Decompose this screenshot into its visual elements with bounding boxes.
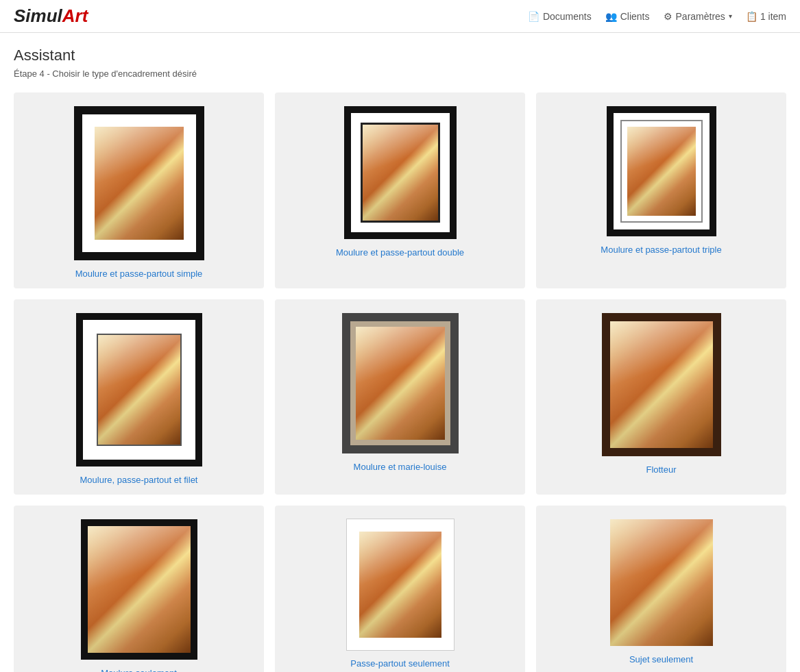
frame-moulure-outer bbox=[81, 519, 197, 660]
frame-simple-outer bbox=[74, 106, 204, 260]
card-image-triple bbox=[607, 106, 716, 236]
step-label: Étape 4 - Choisir le type d'encadrement … bbox=[14, 69, 786, 79]
card-marie[interactable]: Moulure et marie-louise bbox=[275, 299, 525, 495]
card-sujet[interactable]: Sujet seulement bbox=[536, 506, 786, 672]
card-image-filet bbox=[76, 313, 202, 466]
card-image-flotteur bbox=[602, 313, 721, 456]
frame-marie-outer bbox=[342, 313, 459, 453]
photo-triple bbox=[627, 127, 696, 216]
card-label-sujet[interactable]: Sujet seulement bbox=[629, 654, 693, 664]
logo-simul: Simul bbox=[14, 5, 62, 26]
frame-triple-mat2 bbox=[620, 120, 703, 223]
nav-documents[interactable]: 📄 Documents bbox=[528, 11, 592, 22]
nav-parametres-label: Paramètres bbox=[676, 11, 725, 22]
nav-parametres[interactable]: ⚙ Paramètres ▾ bbox=[664, 11, 732, 22]
cart[interactable]: 📋 1 item bbox=[746, 11, 786, 22]
photo-simple bbox=[95, 127, 184, 240]
photo-flotteur bbox=[610, 321, 713, 448]
parametres-icon: ⚙ bbox=[664, 11, 672, 22]
card-label-double[interactable]: Moulure et passe-partout double bbox=[336, 247, 464, 258]
photo-pp bbox=[359, 532, 441, 638]
card-double[interactable]: Moulure et passe-partout double bbox=[275, 92, 525, 288]
frame-simple-mat bbox=[82, 114, 196, 252]
logo: SimulArt bbox=[14, 5, 528, 27]
chevron-down-icon: ▾ bbox=[729, 12, 732, 20]
photo-filet bbox=[98, 335, 180, 445]
card-label-flotteur[interactable]: Flotteur bbox=[646, 464, 676, 475]
logo-art: Art bbox=[62, 5, 88, 26]
frame-pp-mat bbox=[347, 519, 454, 650]
card-label-filet[interactable]: Moulure, passe-partout et filet bbox=[80, 475, 198, 485]
photo-double bbox=[363, 125, 438, 221]
card-image-pp bbox=[347, 519, 454, 650]
card-label-triple[interactable]: Moulure et passe-partout triple bbox=[601, 245, 721, 255]
photo-moulure bbox=[88, 526, 191, 653]
card-flotteur[interactable]: Flotteur bbox=[536, 299, 786, 495]
framing-grid: Moulure et passe-partout simple Moulure … bbox=[14, 92, 786, 672]
documents-icon: 📄 bbox=[528, 11, 540, 22]
frame-filet-mat bbox=[83, 320, 195, 460]
card-label-pp[interactable]: Passe-partout seulement bbox=[350, 658, 450, 669]
main-nav: 📄 Documents 👥 Clients ⚙ Paramètres ▾ 📋 1… bbox=[528, 11, 786, 22]
card-moulure[interactable]: Moulure seulement bbox=[14, 506, 264, 672]
card-simple[interactable]: Moulure et passe-partout simple bbox=[14, 92, 264, 288]
frame-flotteur-outer bbox=[602, 313, 721, 456]
card-image-simple bbox=[74, 106, 204, 260]
photo-sujet bbox=[610, 519, 713, 646]
card-label-marie[interactable]: Moulure et marie-louise bbox=[354, 462, 447, 472]
card-image-moulure bbox=[81, 519, 197, 660]
clients-icon: 👥 bbox=[605, 11, 617, 22]
frame-triple-outer bbox=[607, 106, 716, 236]
frame-double-mat2 bbox=[361, 123, 440, 223]
photo-marie bbox=[356, 327, 445, 440]
frame-filet-outer bbox=[76, 313, 202, 466]
frame-triple-mat1 bbox=[614, 113, 710, 229]
frame-triple-mat3 bbox=[622, 121, 701, 221]
cart-icon: 📋 bbox=[746, 11, 757, 22]
card-triple[interactable]: Moulure et passe-partout triple bbox=[536, 92, 786, 288]
card-filet[interactable]: Moulure, passe-partout et filet bbox=[14, 299, 264, 495]
frame-double-outer bbox=[344, 106, 457, 239]
card-image-sujet bbox=[610, 519, 713, 646]
frame-marie-mat bbox=[350, 321, 450, 445]
frame-double-mat1 bbox=[351, 113, 450, 232]
card-label-moulure[interactable]: Moulure seulement bbox=[101, 668, 177, 672]
cart-label: 1 item bbox=[760, 11, 786, 22]
page-content: Assistant Étape 4 - Choisir le type d'en… bbox=[0, 33, 800, 672]
card-label-simple[interactable]: Moulure et passe-partout simple bbox=[75, 269, 203, 279]
card-pp[interactable]: Passe-partout seulement bbox=[275, 506, 525, 672]
page-title: Assistant bbox=[14, 47, 786, 64]
card-image-double bbox=[344, 106, 457, 239]
card-image-marie bbox=[342, 313, 459, 453]
header: SimulArt 📄 Documents 👥 Clients ⚙ Paramèt… bbox=[0, 0, 800, 33]
nav-documents-label: Documents bbox=[543, 11, 592, 22]
frame-filet-line bbox=[97, 334, 182, 446]
nav-clients[interactable]: 👥 Clients bbox=[605, 11, 650, 22]
nav-clients-label: Clients bbox=[620, 11, 650, 22]
